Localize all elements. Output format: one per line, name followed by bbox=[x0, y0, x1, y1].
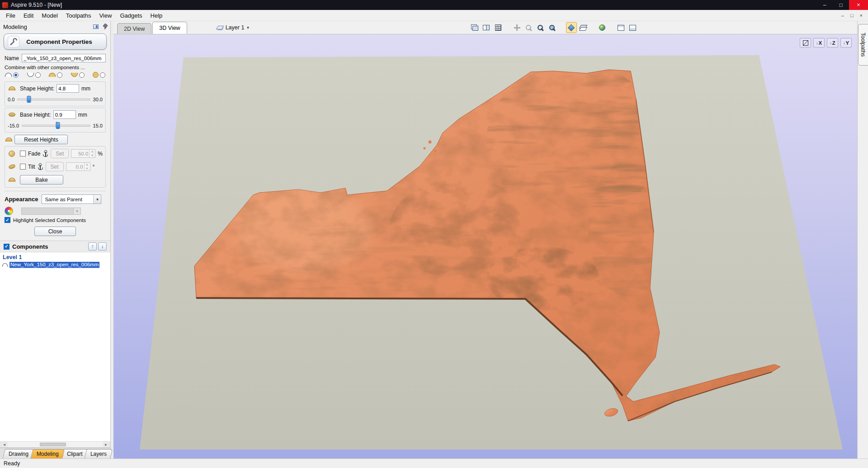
reset-heights-button[interactable]: Reset Heights bbox=[14, 135, 68, 144]
base-height-input[interactable] bbox=[53, 110, 76, 119]
combine-add-radio[interactable] bbox=[13, 72, 19, 78]
zoom-box-button[interactable] bbox=[535, 22, 546, 33]
zoom-extents-button[interactable] bbox=[547, 22, 558, 33]
components-hscrollbar[interactable]: ◄ ► bbox=[0, 441, 110, 448]
appearance-dropdown-icon[interactable]: ▾ bbox=[93, 195, 101, 203]
shape-height-min: 0.0 bbox=[8, 97, 14, 102]
shaded-view-button[interactable] bbox=[566, 22, 577, 33]
move-component-down-button[interactable]: ↓ bbox=[98, 242, 107, 251]
combine-merge-low-radio[interactable] bbox=[79, 72, 85, 78]
layer-selector[interactable]: Layer 1 ▾ bbox=[214, 24, 252, 32]
layout-single-button[interactable] bbox=[627, 22, 638, 33]
toolpaths-tab[interactable]: Toolpaths bbox=[858, 24, 868, 66]
fade-spin-down-icon[interactable]: ▼ bbox=[90, 154, 95, 158]
tilt-spin-up-icon[interactable]: ▲ bbox=[85, 163, 90, 167]
tilt-label: Tilt bbox=[28, 164, 35, 170]
view-down-y-button[interactable]: ↓ Y bbox=[840, 38, 852, 47]
view-orientation-controls: ↓ X ↓ Z ↓ Y bbox=[800, 38, 852, 47]
menu-help[interactable]: Help bbox=[146, 11, 167, 20]
mdi-restore-button[interactable]: □ bbox=[850, 13, 854, 18]
scroll-right-icon[interactable]: ► bbox=[103, 442, 109, 447]
component-color-swatch[interactable]: ▾ bbox=[21, 208, 81, 215]
name-label: Name bbox=[5, 55, 19, 61]
base-height-slider-thumb[interactable] bbox=[56, 122, 60, 129]
mdi-minimize-button[interactable]: – bbox=[841, 13, 844, 18]
zoom-button[interactable] bbox=[524, 22, 534, 33]
layer-selector-value: Layer 1 bbox=[226, 24, 245, 31]
modeling-panel: Modeling Component Properties Name bbox=[0, 21, 111, 459]
component-list-item[interactable]: New_York_150_z3_open_res_006mm bbox=[2, 262, 108, 268]
tilt-anchor-icon[interactable] bbox=[38, 163, 43, 170]
move-component-up-button[interactable]: ↑ bbox=[88, 242, 97, 251]
menu-model[interactable]: Model bbox=[38, 11, 61, 20]
view-toolbar: 2D View 3D View Layer 1 ▾ bbox=[113, 21, 857, 34]
components-header: ✓ Components ↑ ↓ bbox=[0, 241, 110, 252]
split-2d3d-button[interactable] bbox=[481, 22, 492, 33]
menu-gadgets[interactable]: Gadgets bbox=[116, 11, 146, 20]
menu-file[interactable]: File bbox=[2, 11, 19, 20]
wireframe-planes-icon bbox=[579, 25, 587, 31]
tilt-value-spinner[interactable]: ▲ ▼ bbox=[66, 162, 90, 171]
fade-set-button[interactable]: Set bbox=[51, 149, 69, 158]
dock-panel-icon[interactable] bbox=[93, 24, 99, 29]
view-iso-button[interactable] bbox=[800, 38, 811, 47]
mdi-close-button[interactable]: × bbox=[860, 13, 863, 18]
base-height-slider[interactable] bbox=[22, 122, 90, 129]
tilt-spin-down-icon[interactable]: ▼ bbox=[85, 167, 90, 171]
level-label: Level 1 bbox=[2, 254, 108, 262]
fade-spin-up-icon[interactable]: ▲ bbox=[90, 150, 95, 154]
panel-tab-layers[interactable]: Layers bbox=[85, 449, 113, 459]
layout-single-icon bbox=[629, 25, 636, 31]
down-arrow-icon: ↓ bbox=[816, 41, 818, 45]
appearance-select[interactable]: Same as Parent ▾ bbox=[42, 194, 101, 204]
hscroll-thumb[interactable] bbox=[40, 443, 66, 446]
components-checkbox[interactable]: ✓ bbox=[4, 244, 9, 250]
appearance-value: Same as Parent bbox=[45, 197, 82, 202]
tilt-checkbox[interactable] bbox=[20, 164, 26, 170]
fade-checkbox[interactable] bbox=[20, 151, 26, 156]
panel-tab-drawing[interactable]: Drawing bbox=[2, 449, 34, 459]
component-name-input[interactable] bbox=[22, 54, 106, 62]
bake-button[interactable]: Bake bbox=[20, 175, 63, 184]
highlight-selected-checkbox[interactable]: ✓ bbox=[5, 217, 10, 223]
grid-snap-button[interactable] bbox=[493, 22, 504, 33]
viewport-3d[interactable]: ↓ X ↓ Z ↓ Y bbox=[113, 34, 857, 459]
base-height-icon bbox=[9, 113, 15, 117]
panel-header: Modeling bbox=[0, 21, 110, 32]
tilt-set-button[interactable]: Set bbox=[46, 162, 64, 171]
menu-edit[interactable]: Edit bbox=[19, 11, 38, 20]
combine-add-icon bbox=[5, 73, 12, 77]
shape-height-input[interactable] bbox=[57, 84, 79, 93]
fade-icon bbox=[9, 151, 15, 157]
wireframe-planes-button[interactable] bbox=[578, 22, 589, 33]
shape-height-slider[interactable] bbox=[17, 95, 90, 103]
panel-title: Modeling bbox=[3, 24, 27, 30]
pan-button[interactable] bbox=[512, 22, 523, 33]
pan-icon bbox=[514, 24, 520, 31]
combine-multiply-radio[interactable] bbox=[100, 72, 105, 78]
fade-anchor-icon[interactable] bbox=[42, 150, 48, 157]
layout-split-button[interactable] bbox=[616, 22, 627, 33]
view-down-z-button[interactable]: ↓ Z bbox=[827, 38, 838, 47]
menu-view[interactable]: View bbox=[95, 11, 116, 20]
maximize-button[interactable]: □ bbox=[833, 0, 849, 10]
tab-2d-view[interactable]: 2D View bbox=[117, 23, 151, 34]
material-button[interactable] bbox=[597, 22, 608, 33]
view-down-x-button[interactable]: ↓ X bbox=[813, 38, 825, 47]
close-panel-button[interactable]: Close bbox=[34, 227, 76, 236]
color-dropdown-icon[interactable]: ▾ bbox=[73, 208, 80, 214]
panel-tab-modeling[interactable]: Modeling bbox=[30, 449, 65, 459]
pin-panel-icon[interactable] bbox=[102, 24, 107, 30]
close-window-button[interactable]: × bbox=[849, 0, 868, 10]
color-palette-icon[interactable] bbox=[5, 207, 13, 215]
combine-merge-high-radio[interactable] bbox=[57, 72, 62, 78]
minimize-button[interactable]: – bbox=[816, 0, 833, 10]
scroll-left-icon[interactable]: ◄ bbox=[1, 442, 8, 447]
down-arrow-icon: ↓ bbox=[843, 41, 845, 45]
tab-3d-view[interactable]: 3D View bbox=[152, 22, 187, 34]
shape-height-slider-thumb[interactable] bbox=[27, 96, 31, 103]
combine-subtract-radio[interactable] bbox=[35, 72, 41, 78]
tile-windows-button[interactable] bbox=[469, 22, 480, 33]
fade-value-spinner[interactable]: ▲ ▼ bbox=[71, 149, 95, 158]
menu-toolpaths[interactable]: Toolpaths bbox=[62, 11, 95, 20]
